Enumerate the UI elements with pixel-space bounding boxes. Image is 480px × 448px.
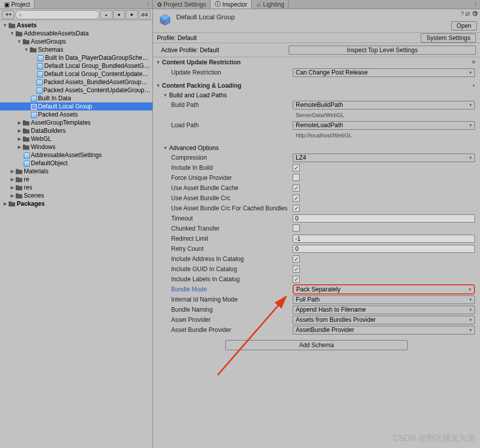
tree-item[interactable]: ▼Schemas [0,46,152,54]
update-restriction-dropdown[interactable]: Can Change Post Release▾ [293,68,475,77]
filter-favorite-button[interactable]: ⬥ [100,10,112,19]
sun-icon: ☼ [256,1,261,8]
dropdown[interactable]: Assets from Bundles Provider▾ [293,316,475,324]
tree-item[interactable]: ▶AssetGroupTemplates [0,119,152,127]
dropdown[interactable]: LZ4▾ [293,154,475,162]
tree-item[interactable]: DefaultObject [0,159,152,167]
foldout-icon [23,111,29,118]
tab-lighting[interactable]: ☼ Lighting [252,0,289,9]
prop-label: Use Asset Bundle Cache [171,184,290,192]
gear-icon[interactable] [470,82,477,89]
dropdown[interactable]: AssetBundle Provider▾ [293,326,475,334]
tree-item[interactable]: ▼AssetGroups [0,38,152,46]
preset-icon[interactable]: ⇄ [465,11,470,17]
gear-icon[interactable] [470,59,477,65]
tree-item[interactable]: ▶WebGL [0,135,152,143]
tree-item[interactable]: ▶Windows [0,143,152,151]
tree-item[interactable]: AddressableAssetSettings [0,151,152,159]
load-path-dropdown[interactable]: RemoteLoadPath▾ [293,121,475,130]
tab-inspector[interactable]: ⓘ Inspector [211,0,252,9]
dropdown[interactable]: Full Path▾ [293,295,475,304]
tree-item-label: Packages [17,200,45,207]
chevron-down-icon: ▾ [469,70,472,75]
tree-item[interactable]: Packed Assets_ContentUpdateGroupSchema [0,86,152,94]
subsection-build-load-paths[interactable]: ▼ Build and Load Paths [153,91,480,100]
asset-icon [36,79,43,86]
inspector-tab-bar: ✿ Project Settings ⓘ Inspector ☼ Lightin… [153,0,480,9]
checkbox[interactable] [293,266,300,273]
tab-project[interactable]: ▣ Project [0,0,34,9]
tab-menu-icon[interactable]: ⋮ [473,2,478,7]
open-button[interactable]: Open [451,21,477,30]
tree-item[interactable]: Default Local Group_ContentUpdateGroup [0,70,152,78]
create-button[interactable]: +▾ [2,10,14,19]
checkbox[interactable] [293,276,300,283]
section-content-update-restriction[interactable]: ▼ Content Update Restriction [153,57,480,67]
prop-label: Load Path [171,122,290,129]
tree-item[interactable]: Default Local Group [0,102,152,110]
tree-item[interactable]: Default Local Group_BundledAssetGroup [0,62,152,70]
text-input[interactable] [293,235,475,243]
project-search[interactable]: ⌕ [15,10,99,19]
tree-item[interactable]: ▶Materials [0,167,152,175]
gear-icon[interactable] [471,11,478,17]
filter-label-button[interactable]: ★ [126,10,138,19]
checkbox[interactable] [293,225,300,232]
folder-icon [22,119,30,127]
tree-item[interactable]: ▼Assets [0,21,152,29]
tree-item[interactable]: ▶Packages [0,200,152,208]
foldout-icon: ▶ [9,168,15,174]
tab-menu-icon[interactable]: ⋮ [145,2,150,7]
section-title: Content Update Restriction [162,59,241,66]
tree-item[interactable]: ▶Scenes [0,192,152,200]
tree-item[interactable]: Built In Data_PlayerDataGroupSchema [0,54,152,62]
foldout-icon [23,95,29,101]
tree-item-label: re [24,176,29,183]
tree-item[interactable]: ▶res [0,183,152,192]
tab-project-settings[interactable]: ✿ Project Settings [153,0,211,9]
tree-item[interactable]: Packed Assets [0,110,152,119]
foldout-icon: ▼ [163,93,169,98]
system-settings-button[interactable]: System Settings [421,33,476,43]
svg-point-1 [473,85,474,86]
project-tree[interactable]: ▼Assets▼AddressableAssetsData▼AssetGroup… [0,20,152,448]
folder-icon [22,38,30,46]
tree-item[interactable]: ▼AddressableAssetsData [0,29,152,38]
checkbox[interactable] [293,195,300,202]
foldout-icon [23,103,29,109]
checkbox[interactable] [293,164,300,171]
foldout-icon: ▶ [16,128,22,134]
help-icon[interactable]: ? [461,11,464,17]
foldout-icon [30,71,36,77]
dropdown[interactable]: Append Hash to Filename▾ [293,306,475,314]
prop-row: Bundle NamingAppend Hash to Filename▾ [153,305,480,315]
search-icon: ⌕ [19,12,22,17]
hidden-toggle[interactable]: ⌀ 4 [139,10,150,19]
prop-row: Chunked Transfer [153,223,480,234]
section-content-packing-loading[interactable]: ▼ Content Packing & Loading [153,81,480,91]
checkbox[interactable] [293,255,300,263]
asset-icon [29,111,37,119]
checkbox[interactable] [293,205,300,212]
tree-item[interactable]: ▶DataBuilders [0,127,152,135]
checkbox[interactable] [293,184,300,192]
inspect-top-level-button[interactable]: Inspect Top Level Settings [289,46,476,55]
search-input[interactable] [24,12,96,18]
build-path-dropdown[interactable]: RemoteBuildPath▾ [293,101,475,109]
add-schema-button[interactable]: Add Schema [225,340,408,350]
filter-type-button[interactable]: ● [113,10,125,19]
foldout-icon: ▶ [16,120,22,126]
subsection-advanced-options[interactable]: ▼ Advanced Options [153,143,480,153]
checkbox[interactable] [293,174,300,181]
folder-icon [8,200,16,208]
text-input[interactable] [293,214,475,222]
text-input[interactable] [293,245,475,253]
tree-item[interactable]: ▶re [0,175,152,183]
foldout-icon: ▶ [2,201,8,207]
prop-label: Include Labels In Catalog [171,276,290,283]
tree-item[interactable]: Packed Assets_BundledAssetGroupSchema [0,78,152,86]
tree-item[interactable]: Built In Data [0,94,152,102]
dropdown[interactable]: Pack Separately▾ [293,284,475,294]
chevron-down-icon: ▾ [469,317,472,322]
inspector-body: ▼ Content Update Restriction Update Rest… [153,57,480,357]
